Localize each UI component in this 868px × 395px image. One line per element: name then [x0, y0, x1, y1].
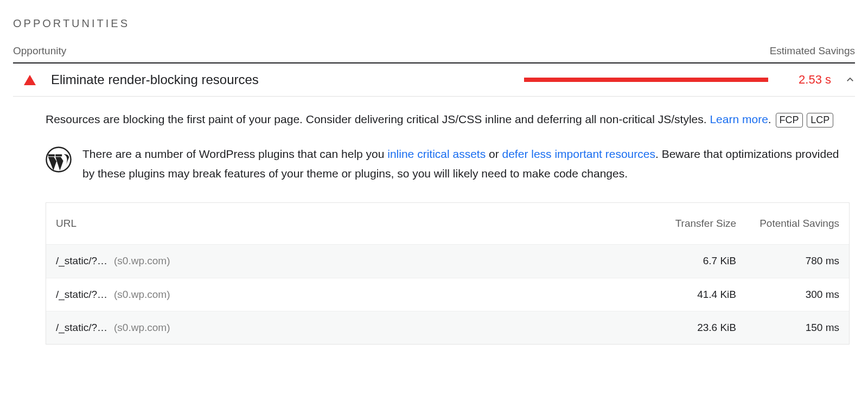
opportunity-savings-value: 2.53 s: [788, 73, 831, 87]
resource-host: (s0.wp.com): [114, 319, 170, 336]
resource-size: 6.7 KiB: [628, 252, 736, 270]
table-header: URL Transfer Size Potential Savings: [46, 203, 849, 244]
opportunity-description: Resources are blocking the first paint o…: [46, 110, 850, 129]
opportunity-details: Resources are blocking the first paint o…: [13, 97, 855, 345]
th-url: URL: [56, 215, 628, 232]
description-period: .: [768, 113, 771, 125]
lcp-tag: LCP: [807, 113, 833, 128]
description-text: Resources are blocking the first paint o…: [46, 113, 710, 125]
resource-savings: 300 ms: [736, 286, 839, 303]
resource-savings: 780 ms: [736, 252, 839, 270]
table-row: /_static/?… (s0.wp.com) 6.7 KiB 780 ms: [46, 244, 849, 277]
svg-rect-2: [55, 154, 62, 156]
wp-note-or: or: [486, 148, 502, 160]
learn-more-link[interactable]: Learn more: [710, 113, 768, 125]
inline-critical-assets-link[interactable]: inline critical assets: [387, 148, 486, 160]
section-title: OPPORTUNITIES: [13, 17, 855, 30]
wordpress-note: There are a number of WordPress plugins …: [46, 144, 850, 184]
col-label-opportunity: Opportunity: [13, 45, 66, 57]
savings-bar: [524, 78, 768, 82]
resources-table: URL Transfer Size Potential Savings /_st…: [46, 202, 850, 345]
resource-url[interactable]: /_static/?…: [56, 252, 107, 270]
table-row: /_static/?… (s0.wp.com) 23.6 KiB 150 ms: [46, 311, 849, 344]
th-transfer-size: Transfer Size: [628, 215, 736, 232]
resource-savings: 150 ms: [736, 319, 839, 336]
resource-size: 41.4 KiB: [628, 286, 736, 303]
wp-note-part1: There are a number of WordPress plugins …: [82, 148, 387, 160]
resource-host: (s0.wp.com): [114, 252, 170, 270]
col-label-savings: Estimated Savings: [770, 45, 855, 57]
warning-triangle-icon: [24, 75, 36, 85]
opportunity-row[interactable]: Eliminate render-blocking resources 2.53…: [13, 63, 855, 97]
resource-host: (s0.wp.com): [114, 286, 170, 303]
wordpress-icon: [46, 146, 72, 173]
defer-resources-link[interactable]: defer less important resources: [502, 148, 655, 160]
table-row: /_static/?… (s0.wp.com) 41.4 KiB 300 ms: [46, 278, 849, 311]
opportunity-header-row: Opportunity Estimated Savings: [13, 45, 855, 63]
th-potential-savings: Potential Savings: [736, 215, 839, 232]
fcp-tag: FCP: [776, 113, 803, 128]
resource-size: 23.6 KiB: [628, 319, 736, 336]
chevron-up-icon[interactable]: [845, 75, 855, 85]
opportunity-title: Eliminate render-blocking resources: [51, 72, 259, 87]
resource-url[interactable]: /_static/?…: [56, 286, 107, 303]
resource-url[interactable]: /_static/?…: [56, 319, 107, 336]
svg-rect-1: [48, 154, 55, 156]
